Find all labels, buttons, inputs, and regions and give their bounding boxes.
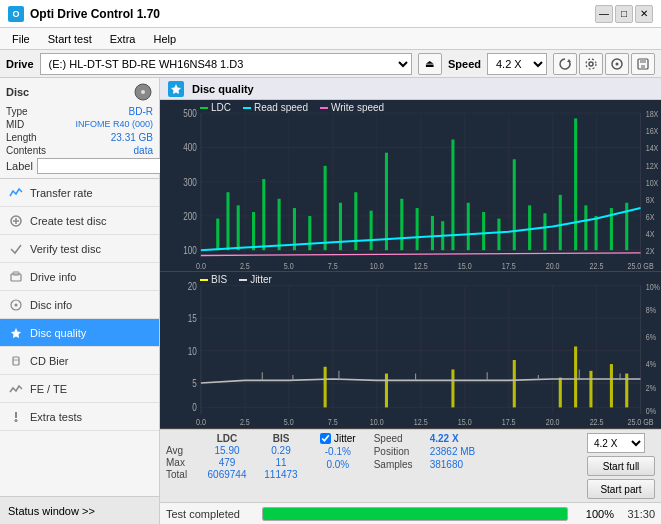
svg-rect-84: [482, 212, 485, 250]
svg-text:6%: 6%: [646, 331, 657, 342]
transfer-rate-label: Transfer rate: [30, 187, 93, 199]
sidebar-item-drive-info[interactable]: Drive info: [0, 263, 159, 291]
svg-rect-94: [625, 203, 628, 250]
svg-text:10%: 10%: [646, 281, 661, 292]
svg-text:400: 400: [183, 141, 197, 153]
svg-text:6X: 6X: [646, 212, 655, 222]
ldc-header: LDC: [198, 433, 256, 444]
svg-text:14X: 14X: [646, 144, 659, 154]
menu-file[interactable]: File: [4, 31, 38, 47]
svg-text:7.5: 7.5: [328, 261, 338, 271]
legend-write-speed: Write speed: [320, 102, 384, 113]
sidebar-item-cd-bier[interactable]: CD Bier: [0, 347, 159, 375]
total-label: Total: [166, 469, 198, 480]
svg-rect-86: [513, 159, 516, 250]
disc-quality-icon: [8, 325, 24, 341]
status-window-label: Status window >>: [8, 505, 95, 517]
save-icon[interactable]: [631, 53, 655, 75]
sidebar-item-verify-test-disc[interactable]: Verify test disc: [0, 235, 159, 263]
svg-marker-0: [567, 59, 571, 62]
svg-text:10X: 10X: [646, 178, 659, 188]
svg-rect-85: [497, 219, 500, 251]
menu-help[interactable]: Help: [145, 31, 184, 47]
status-window[interactable]: Status window >>: [0, 496, 159, 524]
speed-select-drive[interactable]: 4.2 X: [487, 53, 547, 75]
bottom-bar: LDC BIS Avg 15.90 0.29 Max 479 11 Total …: [160, 429, 661, 502]
disc-type-label: Type: [6, 106, 28, 117]
menu-start-test[interactable]: Start test: [40, 31, 100, 47]
drive-label: Drive: [6, 58, 34, 70]
svg-text:17.5: 17.5: [502, 416, 516, 427]
menu-bar: File Start test Extra Help: [0, 28, 661, 50]
sidebar-item-fe-te[interactable]: FE / TE: [0, 375, 159, 403]
legend-bis: BIS: [200, 274, 227, 285]
svg-text:0.0: 0.0: [196, 261, 206, 271]
sidebar-item-disc-info[interactable]: Disc info: [0, 291, 159, 319]
svg-rect-87: [528, 205, 531, 250]
eject-button[interactable]: ⏏: [418, 53, 442, 75]
drive-bar: Drive (E:) HL-DT-ST BD-RE WH16NS48 1.D3 …: [0, 50, 661, 78]
disc-type-value: BD-R: [129, 106, 153, 117]
legend-read-speed: Read speed: [243, 102, 308, 113]
maximize-button[interactable]: □: [615, 5, 633, 23]
sidebar-item-extra-tests[interactable]: Extra tests: [0, 403, 159, 431]
svg-text:5: 5: [192, 377, 197, 389]
svg-rect-136: [451, 370, 454, 408]
svg-text:20: 20: [188, 280, 197, 292]
svg-rect-68: [252, 212, 255, 250]
minimize-button[interactable]: —: [595, 5, 613, 23]
action-speed-select[interactable]: 4.2 X: [587, 433, 645, 453]
svg-point-2: [586, 59, 596, 69]
svg-text:22.5: 22.5: [590, 261, 604, 271]
settings-icon[interactable]: [579, 53, 603, 75]
disc-label-input[interactable]: [37, 158, 170, 174]
progress-bar-fill: [263, 508, 567, 520]
stats-avg-row: Avg 15.90 0.29: [166, 445, 306, 456]
extra-tests-label: Extra tests: [30, 411, 82, 423]
start-full-button[interactable]: Start full: [587, 456, 655, 476]
avg-ldc: 15.90: [198, 445, 256, 456]
samples-row: Samples 381680: [374, 459, 476, 470]
stats-header-row: LDC BIS: [166, 433, 306, 444]
svg-text:0: 0: [192, 402, 197, 414]
disc-length-label: Length: [6, 132, 37, 143]
jitter-header: Jitter: [320, 433, 356, 444]
svg-rect-6: [640, 59, 646, 63]
svg-point-21: [15, 419, 18, 422]
disc-length-row: Length 23.31 GB: [6, 132, 153, 143]
jitter-checkbox[interactable]: [320, 433, 331, 444]
refresh-icon[interactable]: [553, 53, 577, 75]
action-buttons: 4.2 X Start full Start part: [587, 433, 655, 499]
sidebar-item-create-test-disc[interactable]: Create test disc: [0, 207, 159, 235]
menu-extra[interactable]: Extra: [102, 31, 144, 47]
verify-test-label: Verify test disc: [30, 243, 101, 255]
main-layout: Disc Type BD-R MID INFOME R40 (000) Leng…: [0, 78, 661, 524]
max-jitter: 0.0%: [320, 459, 356, 470]
sidebar-item-transfer-rate[interactable]: Transfer rate: [0, 179, 159, 207]
disc-label-row: Label 🔍: [6, 158, 153, 174]
cd-bier-icon: [8, 353, 24, 369]
svg-rect-82: [451, 140, 454, 251]
transfer-rate-icon: [8, 185, 24, 201]
close-button[interactable]: ✕: [635, 5, 653, 23]
drive-select[interactable]: (E:) HL-DT-ST BD-RE WH16NS48 1.D3: [40, 53, 412, 75]
create-test-icon: [8, 213, 24, 229]
position-row: Position 23862 MB: [374, 446, 476, 457]
svg-marker-17: [11, 328, 21, 338]
speed-position-section: Speed 4.22 X Position 23862 MB Samples 3…: [374, 433, 476, 470]
svg-text:2.5: 2.5: [240, 261, 250, 271]
svg-rect-135: [385, 374, 388, 408]
start-part-button[interactable]: Start part: [587, 479, 655, 499]
create-test-label: Create test disc: [30, 215, 106, 227]
svg-rect-88: [543, 213, 546, 250]
svg-rect-89: [559, 195, 562, 250]
svg-text:10.0: 10.0: [370, 416, 384, 427]
title-bar-left: O Opti Drive Control 1.70: [8, 6, 160, 22]
sidebar-nav: Transfer rate Create test disc Verify te…: [0, 179, 159, 496]
cd-bier-label: CD Bier: [30, 355, 69, 367]
drive-info-label: Drive info: [30, 271, 76, 283]
sidebar-item-disc-quality[interactable]: Disc quality: [0, 319, 159, 347]
disc-mid-label: MID: [6, 119, 24, 130]
svg-text:2%: 2%: [646, 382, 657, 393]
disc-icon[interactable]: [605, 53, 629, 75]
